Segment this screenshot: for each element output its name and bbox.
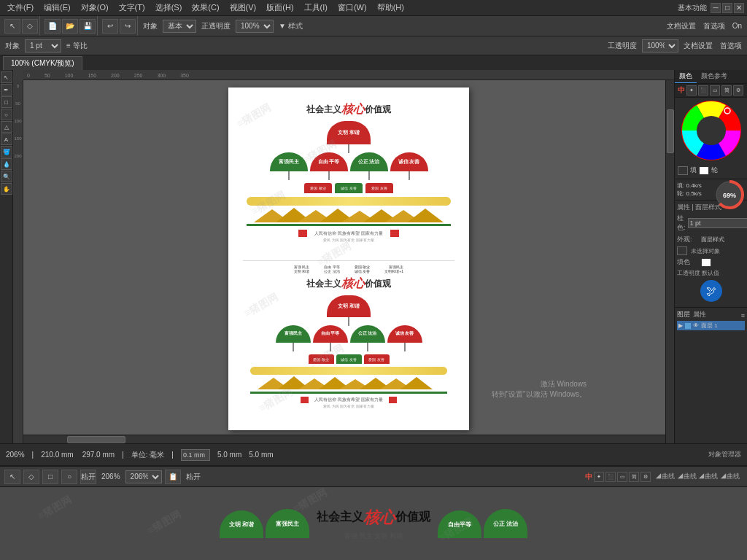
bottom-icon-btn-4[interactable]: 简 bbox=[629, 472, 639, 482]
layers-options[interactable]: ≡ bbox=[741, 311, 745, 319]
bottom-tool-3[interactable]: □ bbox=[42, 470, 58, 484]
bottom-tool-4[interactable]: ○ bbox=[61, 470, 77, 484]
menu-window[interactable]: 窗口(W) bbox=[333, 1, 371, 15]
bwm1: ≡猪图网 bbox=[36, 494, 74, 524]
ellipse-tool[interactable]: ○ bbox=[1, 109, 12, 120]
doc-tab-active[interactable]: 100% (CMYK/预览) bbox=[3, 56, 82, 70]
menu-tools[interactable]: 工具(I) bbox=[300, 1, 332, 15]
umbrella-handle-2 bbox=[288, 171, 290, 180]
rect-tool[interactable]: □ bbox=[1, 96, 12, 108]
tab-bar: 100% (CMYK/预览) bbox=[0, 55, 747, 70]
bottom-tool-2[interactable]: ◇ bbox=[23, 470, 39, 484]
dropper-tool[interactable]: 💧 bbox=[1, 158, 12, 170]
maximize-btn[interactable]: □ bbox=[722, 3, 732, 13]
close-btn[interactable]: ✕ bbox=[734, 3, 744, 13]
bottom-icon-btn-3[interactable]: ▭ bbox=[617, 472, 627, 482]
color-icon-4[interactable]: 简 bbox=[721, 85, 732, 96]
first-select-btn[interactable]: 首选项 bbox=[718, 41, 744, 51]
canvas-inner[interactable]: ≡猪图网 ≡猪图网 ≡猪图网 ≡猪图网 ≡猪图网 ≡猪图网 ≡猪图网 bbox=[23, 80, 674, 443]
menu-object[interactable]: 对象(O) bbox=[77, 1, 113, 15]
horizontal-scrollbar[interactable] bbox=[23, 435, 665, 443]
color-settings-icon[interactable]: ⚙ bbox=[733, 85, 743, 96]
text-tool[interactable]: A bbox=[1, 133, 12, 145]
menu-view[interactable]: 视图(V) bbox=[225, 1, 261, 15]
transparency-row: 工透明度 默认值 bbox=[677, 269, 745, 277]
opacity2-select[interactable]: 100% bbox=[642, 39, 678, 52]
open-btn[interactable]: 📂 bbox=[62, 19, 78, 34]
color-ref-tab[interactable]: 颜色参考 bbox=[697, 70, 732, 83]
v-scroll-thumb[interactable] bbox=[667, 109, 674, 153]
lower-umbrella-4: 公正 法治 bbox=[350, 325, 385, 351]
sub-umbrellas-row: 富强民主 自由 平等 bbox=[270, 152, 428, 180]
dupli-label2: 5.0 mm bbox=[249, 451, 273, 459]
fill-tool[interactable]: 🪣 bbox=[1, 146, 12, 158]
bottom-zoom-select[interactable]: 206% bbox=[125, 470, 162, 483]
layers-menu-icon[interactable]: ≡ bbox=[741, 312, 745, 319]
small-labels-row: 富强 民主文明 和谐 自由 平等公正 法治 爱国 敬业诚信 友善 富强民主文明和… bbox=[239, 265, 458, 273]
arrow-tool[interactable]: ↖ bbox=[1, 71, 12, 83]
bottom-tool-1[interactable]: ↖ bbox=[4, 470, 20, 484]
lower-sub-label-1: 爱国 敬业 bbox=[313, 357, 328, 362]
poly-tool[interactable]: △ bbox=[1, 121, 12, 133]
outline-value: 0.5k/s bbox=[686, 190, 701, 197]
zoom-tool[interactable]: 🔍 bbox=[1, 171, 12, 182]
activate-overlay: 激活 Windows 转到"设置"以激活 Windows。 bbox=[492, 379, 587, 400]
fill-swatch[interactable] bbox=[678, 166, 688, 175]
bottom-icon-btn-1[interactable]: ✦ bbox=[594, 472, 604, 482]
new-btn[interactable]: 📄 bbox=[44, 19, 61, 34]
menu-edit[interactable]: 编辑(E) bbox=[39, 1, 75, 15]
doc-setup-btn[interactable]: 文档设置 bbox=[665, 21, 698, 31]
doc-height: 297.0 mm bbox=[82, 451, 115, 459]
umbrella-2: 富强民主 bbox=[270, 152, 308, 180]
vertical-scrollbar[interactable] bbox=[665, 80, 674, 443]
menu-layout[interactable]: 版面(H) bbox=[262, 1, 298, 15]
menu-text[interactable]: 文字(T) bbox=[115, 1, 150, 15]
stroke-input[interactable] bbox=[688, 218, 747, 228]
doc-setup2-btn[interactable]: 文档设置 bbox=[681, 41, 715, 51]
stroke-width-select[interactable]: 1 pt bbox=[25, 39, 61, 52]
ruler-mark: 50 bbox=[44, 73, 50, 78]
color-icon-1[interactable]: ✦ bbox=[686, 85, 697, 96]
layer-eye-icon[interactable]: 👁 bbox=[693, 322, 699, 329]
menu-select[interactable]: 选择(S) bbox=[151, 1, 187, 15]
select-tool-btn[interactable]: ↖ bbox=[4, 19, 20, 34]
bottom-icon-1[interactable]: 📋 bbox=[165, 470, 181, 484]
lower-bottom-text: 人民有信仰 民族有希望 国家有力量 bbox=[314, 397, 382, 402]
grid-snap-input[interactable] bbox=[181, 449, 210, 461]
activate-line1: 激活 Windows bbox=[492, 379, 587, 389]
green-baseline bbox=[247, 224, 451, 226]
fill-color-box[interactable] bbox=[677, 246, 687, 255]
minimize-btn[interactable]: ─ bbox=[711, 3, 721, 13]
lower-umbrella-top-1: 文明 和谐 bbox=[327, 295, 371, 317]
redo-btn[interactable]: ↪ bbox=[120, 19, 136, 34]
menu-effects[interactable]: 效果(C) bbox=[187, 1, 223, 15]
bwm2: ≡猪图网 bbox=[145, 508, 183, 538]
hand-tool[interactable]: ✋ bbox=[1, 183, 12, 195]
undo-btn[interactable]: ↩ bbox=[102, 19, 118, 34]
bottom-icon-btn-2[interactable]: ⬛ bbox=[605, 472, 616, 482]
bottom-canvas[interactable]: 文明 和谐 富强民主 社会主义 核心 价值观 富强 民主 文明 和谐 bbox=[0, 487, 747, 560]
save-btn[interactable]: 💾 bbox=[80, 19, 96, 34]
fill-white-box[interactable] bbox=[701, 258, 711, 267]
color-icon-2[interactable]: ⬛ bbox=[698, 85, 708, 96]
color-wheel-container[interactable] bbox=[675, 98, 747, 163]
bottom-umb-2: 富强民主 bbox=[266, 509, 309, 538]
bottom-paste-btn[interactable]: 粘开 bbox=[80, 470, 96, 484]
zoom-select[interactable]: 100% bbox=[236, 20, 274, 33]
lower-umbrella-top-3: 自由 平等 bbox=[313, 325, 348, 343]
color-icon-3[interactable]: ▭ bbox=[710, 85, 720, 96]
view-mode-select[interactable]: 基本 bbox=[163, 20, 196, 33]
bottom-icon-btn-5[interactable]: ⚙ bbox=[640, 472, 651, 482]
menu-file[interactable]: 文件(F) bbox=[3, 1, 38, 15]
layer-1-row[interactable]: ▶ 👁 面层 1 bbox=[677, 321, 745, 330]
h-scroll-thumb[interactable] bbox=[67, 436, 125, 443]
freehand-tool[interactable]: ✒ bbox=[1, 84, 12, 96]
transparency-props-label: 工透明度 默认值 bbox=[677, 269, 719, 277]
menu-help[interactable]: 帮助(H) bbox=[373, 1, 409, 15]
lower-flag-1 bbox=[301, 397, 309, 403]
outline-swatch[interactable] bbox=[699, 166, 709, 175]
prefs-btn[interactable]: 首选项 bbox=[701, 21, 727, 31]
color-tab[interactable]: 颜色 bbox=[675, 70, 697, 83]
shape-tool-btn[interactable]: ◇ bbox=[22, 19, 38, 34]
sub-item-2: 诚信 友善 bbox=[335, 183, 363, 193]
